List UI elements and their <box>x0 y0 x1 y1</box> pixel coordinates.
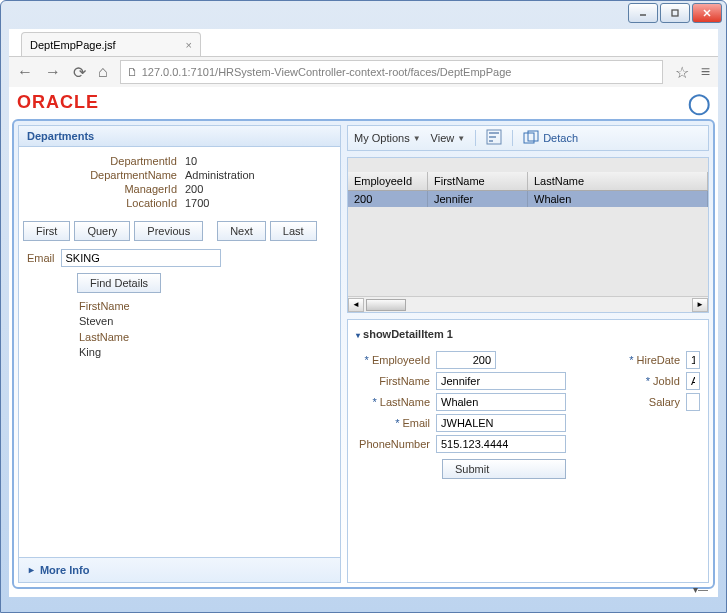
department-form: DepartmentId10 DepartmentNameAdministrat… <box>19 147 340 217</box>
last-button[interactable]: Last <box>270 221 317 241</box>
forward-icon[interactable]: → <box>45 63 61 81</box>
first-button[interactable]: First <box>23 221 70 241</box>
dept-id-value: 10 <box>185 155 197 167</box>
hiredate-label: HireDate <box>606 354 686 366</box>
scroll-thumb[interactable] <box>366 299 406 311</box>
submit-button[interactable]: Submit <box>442 459 566 479</box>
employees-table: EmployeeId FirstName LastName 200 Jennif… <box>347 157 709 313</box>
th-employeeid[interactable]: EmployeeId <box>348 172 428 190</box>
more-info-toggle[interactable]: ► More Info <box>19 557 340 582</box>
browser-tab[interactable]: DeptEmpPage.jsf × <box>21 32 201 56</box>
more-info-label: More Info <box>40 564 90 576</box>
scroll-right-icon[interactable]: ► <box>692 298 708 312</box>
chevron-down-icon: ▼ <box>457 134 465 143</box>
browser-tabbar: DeptEmpPage.jsf × <box>9 29 718 57</box>
page-content: ORACLE ◯ Departments DepartmentId10 Depa… <box>9 87 718 597</box>
location-id-value: 1700 <box>185 197 209 209</box>
previous-button[interactable]: Previous <box>134 221 203 241</box>
find-details-button[interactable]: Find Details <box>77 273 161 293</box>
bookmark-icon[interactable]: ☆ <box>675 63 689 82</box>
chevron-down-icon: ▼ <box>413 134 421 143</box>
window-titlebar <box>1 1 726 29</box>
manager-id-value: 200 <box>185 183 203 195</box>
th-firstname[interactable]: FirstName <box>428 172 528 190</box>
phone-input[interactable] <box>436 435 566 453</box>
horizontal-scrollbar[interactable]: ◄ ► <box>348 296 708 312</box>
url-text: 127.0.0.1:7101/HRSystem-ViewController-c… <box>142 66 512 78</box>
tab-title: DeptEmpPage.jsf <box>30 39 116 51</box>
maximize-button[interactable] <box>660 3 690 23</box>
result-lastname-label: LastName <box>79 330 340 345</box>
salary-label: Salary <box>606 396 686 408</box>
minimize-button[interactable] <box>628 3 658 23</box>
browser-toolbar: ← → ⟳ ⌂ 🗋 127.0.0.1:7101/HRSystem-ViewCo… <box>9 57 718 87</box>
detail-panel: ▾ showDetailItem 1 EmployeeId FirstName … <box>347 319 709 583</box>
detach-label: Detach <box>543 132 578 144</box>
query-button[interactable]: Query <box>74 221 130 241</box>
left-panel: Departments DepartmentId10 DepartmentNam… <box>18 125 341 583</box>
jobid-label: JobId <box>606 375 686 387</box>
detail-title: ▾ showDetailItem 1 <box>356 328 700 340</box>
scroll-left-icon[interactable]: ◄ <box>348 298 364 312</box>
close-button[interactable] <box>692 3 722 23</box>
result-firstname-label: FirstName <box>79 299 340 314</box>
view-menu[interactable]: View ▼ <box>431 132 466 144</box>
my-options-menu[interactable]: My Options ▼ <box>354 132 421 144</box>
dept-name-label: DepartmentName <box>25 169 185 181</box>
phone-label: PhoneNumber <box>356 438 436 450</box>
cell-employeeid: 200 <box>348 191 428 207</box>
email-row: Email <box>19 245 340 271</box>
employeeid-label: EmployeeId <box>356 354 436 366</box>
right-panel: My Options ▼ View ▼ Detach EmployeeId Fi… <box>347 125 709 583</box>
departments-header: Departments <box>19 126 340 147</box>
next-button[interactable]: Next <box>217 221 266 241</box>
hiredate-input[interactable] <box>686 351 700 369</box>
page-icon: 🗋 <box>127 66 138 78</box>
detach-button[interactable]: Detach <box>523 130 578 146</box>
sort-icon[interactable] <box>486 129 502 147</box>
cell-lastname: Whalen <box>528 191 708 207</box>
table-toolbar: My Options ▼ View ▼ Detach <box>347 125 709 151</box>
firstname-input[interactable] <box>436 372 566 390</box>
result-lastname-value: King <box>79 345 340 360</box>
email-label: Email <box>27 252 55 264</box>
separator <box>475 130 476 146</box>
oracle-o-icon: ◯ <box>688 91 710 115</box>
browser-window: DeptEmpPage.jsf × ← → ⟳ ⌂ 🗋 127.0.0.1:71… <box>0 0 727 613</box>
chevron-right-icon: ► <box>27 565 36 575</box>
email-label: Email <box>356 417 436 429</box>
brand-bar: ORACLE ◯ <box>9 87 718 119</box>
resize-handle-icon[interactable]: ▾— <box>693 584 708 595</box>
home-icon[interactable]: ⌂ <box>98 63 108 81</box>
lookup-result: FirstName Steven LastName King <box>79 299 340 361</box>
application-body: Departments DepartmentId10 DepartmentNam… <box>12 119 715 589</box>
back-icon[interactable]: ← <box>17 63 33 81</box>
menu-icon[interactable]: ≡ <box>701 63 710 81</box>
dept-id-label: DepartmentId <box>25 155 185 167</box>
svg-rect-1 <box>672 10 678 16</box>
table-row[interactable]: 200 Jennifer Whalen <box>348 191 708 207</box>
result-firstname-value: Steven <box>79 314 340 329</box>
th-lastname[interactable]: LastName <box>528 172 708 190</box>
email-input[interactable] <box>61 249 221 267</box>
oracle-logo: ORACLE <box>17 92 99 113</box>
chevron-down-icon: ▾ <box>356 331 360 340</box>
employeeid-input[interactable] <box>436 351 496 369</box>
firstname-label: FirstName <box>356 375 436 387</box>
salary-input[interactable] <box>686 393 700 411</box>
lastname-label: LastName <box>356 396 436 408</box>
jobid-input[interactable] <box>686 372 700 390</box>
cell-firstname: Jennifer <box>428 191 528 207</box>
reload-icon[interactable]: ⟳ <box>73 63 86 82</box>
dept-name-value: Administration <box>185 169 255 181</box>
location-id-label: LocationId <box>25 197 185 209</box>
nav-button-row: First Query Previous Next Last <box>19 217 340 245</box>
lastname-input[interactable] <box>436 393 566 411</box>
email-input[interactable] <box>436 414 566 432</box>
table-header: EmployeeId FirstName LastName <box>348 172 708 191</box>
manager-id-label: ManagerId <box>25 183 185 195</box>
url-bar[interactable]: 🗋 127.0.0.1:7101/HRSystem-ViewController… <box>120 60 663 84</box>
tab-close-icon[interactable]: × <box>186 39 192 51</box>
separator <box>512 130 513 146</box>
